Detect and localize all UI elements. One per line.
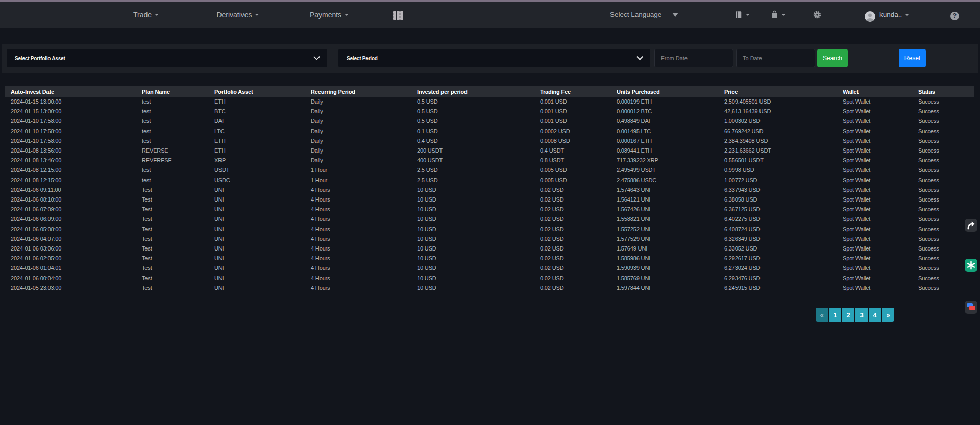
- table-cell: UNI: [209, 224, 305, 234]
- table-row: 2024-01-10 17:58:00testDAIDaily0.5 USD0.…: [5, 116, 974, 126]
- table-header-row: Auto-Invest DatePlan NamePortfolio Asset…: [5, 86, 974, 97]
- table-cell: 0.02 USD: [534, 214, 611, 224]
- column-header: Status: [913, 86, 974, 97]
- table-cell: 10 USD: [411, 214, 534, 224]
- table-row: 2024-01-06 05:08:00TestUNI4 Hours10 USD0…: [5, 224, 974, 234]
- portfolio-asset-select[interactable]: Select Portfolio Asset: [7, 49, 327, 67]
- table-cell: 6.408724 USD: [719, 224, 837, 234]
- nav-derivatives-label: Derivatives: [216, 11, 252, 19]
- table-cell: 2.495499 USDT: [611, 165, 719, 175]
- nav-trade-label: Trade: [133, 11, 152, 19]
- nav-trade-menu[interactable]: Trade: [133, 2, 159, 28]
- chat-bubbles-extension-icon[interactable]: [965, 301, 977, 314]
- table-cell: 2024-01-15 13:00:00: [5, 107, 136, 116]
- table-cell: Daily: [305, 146, 411, 156]
- table-cell: Test: [136, 254, 209, 263]
- table-cell: 2,384.39408 USD: [719, 136, 837, 146]
- table-cell: Success: [913, 176, 974, 185]
- to-date-input[interactable]: To Date: [736, 49, 815, 67]
- table-cell: 2024-01-06 06:09:00: [5, 214, 136, 224]
- apps-grid-icon[interactable]: [393, 11, 403, 20]
- orders-book-icon: [734, 10, 743, 19]
- user-menu[interactable]: kunda..: [879, 2, 909, 28]
- table-cell: 6.402275 USD: [719, 214, 837, 224]
- wallet-menu[interactable]: [770, 2, 786, 28]
- table-cell: Spot Wallet: [837, 234, 913, 244]
- table-cell: 0.0008 USD: [534, 136, 611, 146]
- table-cell: 4 Hours: [305, 283, 411, 293]
- table-cell: 2024-01-06 03:06:00: [5, 244, 136, 254]
- table-cell: 1.577529 UNI: [611, 234, 719, 244]
- table-cell: 2024-01-08 12:15:00: [5, 165, 136, 175]
- table-cell: 0.001 USD: [534, 97, 611, 107]
- table-cell: 0.001 USD: [534, 116, 611, 126]
- table-cell: ETH: [209, 146, 305, 156]
- table-cell: 2,231.63662 USDT: [719, 146, 837, 156]
- avatar[interactable]: [865, 11, 875, 22]
- table-cell: 1.564121 UNI: [611, 195, 719, 205]
- orders-menu[interactable]: [734, 2, 750, 28]
- nav-derivatives-menu[interactable]: Derivatives: [216, 2, 259, 28]
- table-cell: 2024-01-06 04:07:00: [5, 234, 136, 244]
- table-cell: Spot Wallet: [837, 107, 913, 116]
- chatgpt-extension-icon[interactable]: [965, 259, 977, 272]
- table-cell: 6.367125 USD: [719, 205, 837, 214]
- table-cell: 200 USDT: [411, 146, 534, 156]
- table-cell: Spot Wallet: [837, 185, 913, 195]
- pagination-page-4[interactable]: 4: [869, 308, 881, 322]
- table-cell: 4 Hours: [305, 205, 411, 214]
- search-button[interactable]: Search: [817, 49, 848, 67]
- nav-payments-menu[interactable]: Payments: [310, 2, 349, 28]
- pagination-page-1[interactable]: 1: [829, 308, 841, 322]
- divider: [667, 10, 667, 19]
- table-cell: test: [136, 136, 209, 146]
- table-cell: 1.574643 UNI: [611, 185, 719, 195]
- table-cell: 4 Hours: [305, 195, 411, 205]
- table-cell: Spot Wallet: [837, 254, 913, 263]
- settings-menu[interactable]: [813, 2, 822, 28]
- table-cell: ETH: [209, 136, 305, 146]
- nav-payments-label: Payments: [310, 11, 341, 19]
- table-cell: Success: [913, 136, 974, 146]
- table-cell: 2024-01-08 12:15:00: [5, 176, 136, 185]
- table-cell: 1.00772 USD: [719, 176, 837, 185]
- table-cell: test: [136, 97, 209, 107]
- pagination-page-3[interactable]: 3: [855, 308, 868, 322]
- chevron-down-icon: [345, 14, 349, 16]
- table-cell: 1 Hour: [305, 176, 411, 185]
- table-cell: REVERESE: [136, 156, 209, 165]
- table-row: 2024-01-06 02:05:00TestUNI4 Hours10 USD0…: [5, 254, 974, 263]
- share-arrow-icon[interactable]: [965, 219, 977, 232]
- table-cell: 10 USD: [411, 273, 534, 283]
- table-cell: Success: [913, 127, 974, 136]
- language-selector[interactable]: Select Language: [610, 2, 678, 28]
- table-cell: Success: [913, 116, 974, 126]
- pagination-prev-button[interactable]: «: [816, 308, 828, 322]
- table-cell: 2024-01-08 13:56:00: [5, 146, 136, 156]
- table-cell: USDC: [209, 176, 305, 185]
- column-header: Trading Fee: [534, 86, 611, 97]
- table-cell: 2024-01-10 17:58:00: [5, 136, 136, 146]
- pagination-page-2[interactable]: 2: [842, 308, 854, 322]
- table-row: 2024-01-15 13:00:00testBTCDaily0.5 USD0.…: [5, 107, 974, 116]
- table-cell: 42,613.16439 USD: [719, 107, 837, 116]
- table-cell: Success: [913, 234, 974, 244]
- from-date-input[interactable]: From Date: [654, 49, 733, 67]
- table-cell: Test: [136, 185, 209, 195]
- table-cell: 0.5 USD: [411, 107, 534, 116]
- pagination-next-button[interactable]: »: [882, 308, 894, 322]
- period-select[interactable]: Select Period: [338, 49, 650, 67]
- reset-button[interactable]: Reset: [899, 49, 926, 67]
- help-icon[interactable]: ?: [950, 12, 959, 20]
- gear-icon: [813, 10, 822, 19]
- table-cell: Daily: [305, 127, 411, 136]
- table-cell: Spot Wallet: [837, 156, 913, 165]
- column-header: Auto-Invest Date: [5, 86, 136, 97]
- table-cell: 4 Hours: [305, 254, 411, 263]
- language-label: Select Language: [610, 11, 662, 18]
- table-cell: 0.000012 BTC: [611, 107, 719, 116]
- table-row: 2024-01-10 17:58:00testETHDaily0.4 USD0.…: [5, 136, 974, 146]
- table-cell: UNI: [209, 214, 305, 224]
- table-row: 2024-01-08 12:15:00testUSDT1 Hour2.5 USD…: [5, 165, 974, 175]
- auto-invest-history-table: Auto-Invest DatePlan NamePortfolio Asset…: [5, 86, 974, 293]
